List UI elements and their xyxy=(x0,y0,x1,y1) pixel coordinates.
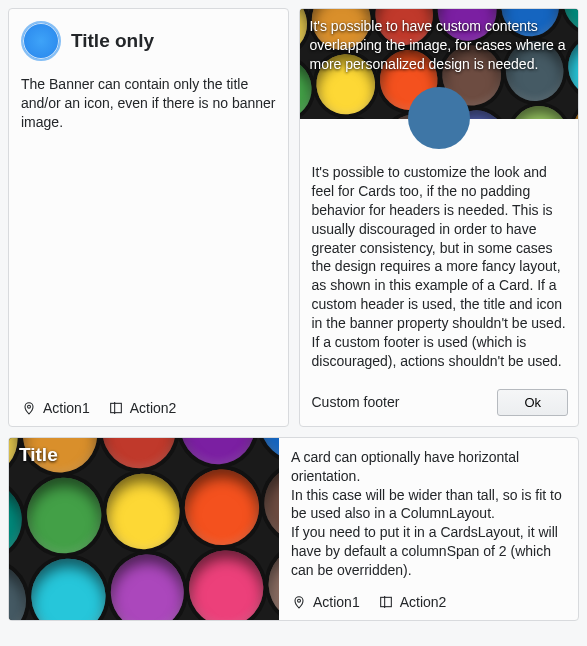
action1-label: Action1 xyxy=(313,594,360,610)
custom-footer: Custom footer Ok xyxy=(300,381,579,426)
action2-button[interactable]: Action2 xyxy=(108,400,177,416)
card-custom-header: It's possible to have custom contents ov… xyxy=(299,8,580,427)
action1-button[interactable]: Action1 xyxy=(291,594,360,610)
avatar-circle-icon xyxy=(408,87,470,149)
banner-title: Title xyxy=(19,444,58,466)
map-marker-icon xyxy=(291,594,307,610)
card-body-text: It's possible to customize the look and … xyxy=(300,153,579,381)
card-body-text: The Banner can contain only the title an… xyxy=(9,65,288,390)
action2-button[interactable]: Action2 xyxy=(378,594,447,610)
footer-label: Custom footer xyxy=(312,394,400,410)
action2-label: Action2 xyxy=(130,400,177,416)
card-actions: Action1 Action2 xyxy=(9,390,288,426)
svg-point-0 xyxy=(28,405,31,408)
rectangle-split-icon xyxy=(378,594,394,610)
custom-header: It's possible to have custom contents ov… xyxy=(300,9,579,119)
globe-icon xyxy=(21,21,61,61)
card-horizontal: Title A card can optionally have horizon… xyxy=(8,437,579,621)
svg-rect-1 xyxy=(110,403,121,412)
action1-button[interactable]: Action1 xyxy=(21,400,90,416)
svg-rect-4 xyxy=(380,597,391,606)
card-body-text: A card can optionally have horizontal or… xyxy=(279,438,578,584)
banner-overlay-text: It's possible to have custom contents ov… xyxy=(310,17,569,74)
banner-image: Title xyxy=(9,438,279,620)
svg-point-3 xyxy=(298,599,301,602)
card-actions: Action1 Action2 xyxy=(279,584,578,620)
map-marker-icon xyxy=(21,400,37,416)
card-title-only: Title only The Banner can contain only t… xyxy=(8,8,289,427)
card-header: Title only xyxy=(9,9,288,65)
action1-label: Action1 xyxy=(43,400,90,416)
action2-label: Action2 xyxy=(400,594,447,610)
ok-button[interactable]: Ok xyxy=(497,389,568,416)
rectangle-split-icon xyxy=(108,400,124,416)
card-title: Title only xyxy=(71,30,154,52)
